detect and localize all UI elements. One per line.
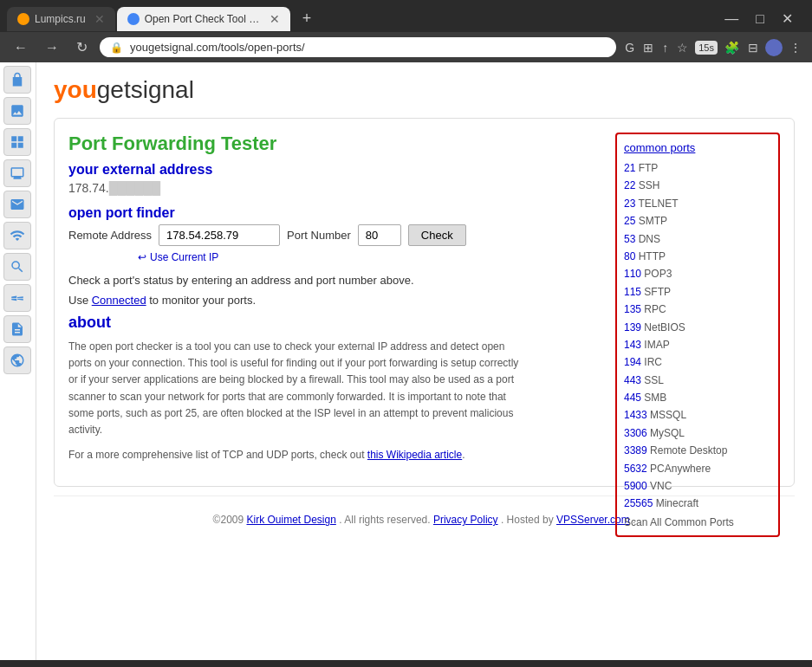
more-info-prefix: For a more comprehensive list of TCP and… [68,449,367,461]
sidebar-icon-wifi[interactable] [3,222,31,249]
port-item[interactable]: 110 POP3 [624,265,771,282]
common-ports-panel: common ports 21 FTP22 SSH23 TELNET25 SMT… [615,133,780,537]
port-item[interactable]: 53 DNS [624,230,771,248]
tab-openport[interactable]: Open Port Check Tool - Test Port ✕ [117,7,290,31]
refresh-button[interactable]: ↻ [71,37,93,57]
port-item[interactable]: 139 NetBIOS [624,319,771,336]
sidebar-icon-search[interactable] [3,253,31,281]
port-item[interactable]: 135 RPC [624,301,771,318]
footer-privacy-link[interactable]: Privacy Policy [433,514,498,526]
about-body: The open port checker is a tool you can … [68,339,519,438]
port-item[interactable]: 115 SFTP [624,283,771,301]
port-item[interactable]: 3389 Remote Desktop [624,442,771,459]
tab-close-openport[interactable]: ✕ [270,12,280,26]
tab-favicon-lumpics [17,13,29,25]
forward-button[interactable]: → [40,38,64,57]
tab-label-lumpics: Lumpics.ru [35,13,86,25]
port-item[interactable]: 22 SSH [624,177,771,194]
sidebar [0,62,36,660]
footer-text: ©2009 [213,514,247,526]
monitor-suffix: to monitor your ports. [146,294,256,307]
port-item[interactable]: 3306 MySQL [624,424,771,442]
bookmark-icon[interactable]: ☆ [675,39,690,56]
logo-you: you [54,76,97,103]
port-item[interactable]: 143 IMAP [624,336,771,353]
lock-icon: 🔒 [110,42,123,54]
sidebar-icon-email[interactable] [3,191,31,218]
split-icon[interactable]: ⊟ [746,39,760,56]
use-current-ip-text: Use Current IP [150,251,218,263]
check-button[interactable]: Check [408,224,466,246]
main-card: common ports 21 FTP22 SSH23 TELNET25 SMT… [54,118,795,487]
remote-address-label: Remote Address [68,229,152,242]
port-item[interactable]: 25565 Minecraft [624,495,771,512]
port-item[interactable]: 5632 PCAnywhere [624,460,771,477]
site-logo[interactable]: yougetsignal [54,76,795,104]
more-info-text: For a more comprehensive list of TCP and… [68,447,519,463]
url-bar[interactable]: 🔒 yougetsignal.com/tools/open-ports/ [100,37,616,57]
port-item[interactable]: 1433 MSSQL [624,406,771,424]
tab-bar: Lumpics.ru ✕ Open Port Check Tool - Test… [0,0,812,32]
window-close-btn[interactable]: ✕ [776,9,798,29]
port-item[interactable]: 445 SMB [624,389,771,406]
browser-chrome: Lumpics.ru ✕ Open Port Check Tool - Test… [0,0,812,62]
window-maximize-btn[interactable]: □ [750,10,770,29]
sidebar-icon-doc[interactable] [3,315,31,343]
footer-design-link[interactable]: Kirk Ouimet Design [246,514,335,526]
sidebar-icon-grid[interactable] [3,128,31,156]
port-number-input[interactable] [358,224,401,246]
use-current-ip-arrow: ↩ [138,251,146,263]
port-number-label: Port Number [287,229,351,242]
sidebar-icon-lock[interactable] [3,66,31,94]
menu-icon[interactable]: ⋮ [788,39,803,56]
port-item[interactable]: 23 TELNET [624,195,771,212]
google-icon[interactable]: G [623,39,636,56]
port-item[interactable]: 21 FTP [624,159,771,177]
sidebar-icon-monitor[interactable] [3,159,31,187]
sidebar-icon-globe[interactable] [3,346,31,374]
address-icons: G ⊞ ↑ ☆ 15s 🧩 ⊟ ⋮ [623,39,803,56]
tab-label-openport: Open Port Check Tool - Test Port [145,13,261,25]
port-item[interactable]: 25 SMTP [624,212,771,230]
more-info-suffix: . [462,449,464,461]
window-controls: — □ ✕ [712,5,805,32]
profile-icon[interactable] [765,39,783,56]
window-minimize-btn[interactable]: — [719,10,744,29]
logo-signal: signal [131,76,194,103]
port-item[interactable]: 194 IRC [624,353,771,371]
new-tab-button[interactable]: + [296,6,319,31]
translate-icon[interactable]: ⊞ [641,39,655,56]
ports-list: 21 FTP22 SSH23 TELNET25 SMTP53 DNS80 HTT… [624,159,771,513]
connected-link[interactable]: Connected [92,294,146,307]
share-icon[interactable]: ↑ [660,39,670,56]
scan-all-button[interactable]: Scan All Common Ports [624,516,771,528]
puzzle-icon[interactable]: 🧩 [723,39,741,56]
extension-icon[interactable]: 15s [695,41,718,55]
page-layout: yougetsignal common ports 21 FTP22 SSH23… [0,62,812,660]
tab-favicon-openport [127,13,140,25]
main-content: yougetsignal common ports 21 FTP22 SSH23… [36,62,812,660]
ip-blurred: ██████ [109,181,161,195]
url-text: yougetsignal.com/tools/open-ports/ [130,41,606,54]
remote-address-input[interactable] [159,224,280,246]
footer-hosted: . Hosted by [501,514,556,526]
wikipedia-link[interactable]: this Wikipedia article [367,449,462,461]
port-item[interactable]: 80 HTTP [624,248,771,265]
port-item[interactable]: 443 SSL [624,372,771,389]
back-button[interactable]: ← [9,38,33,57]
footer-rights: . All rights reserved. [339,514,433,526]
ip-partial: 178.74. [68,181,109,195]
common-ports-title[interactable]: common ports [624,141,771,154]
monitor-prefix: Use [68,294,92,307]
sidebar-icon-image[interactable] [3,97,31,125]
logo-get: get [97,76,131,103]
address-bar: ← → ↻ 🔒 yougetsignal.com/tools/open-port… [0,32,812,62]
sidebar-icon-windows[interactable] [3,284,31,312]
tab-close-lumpics[interactable]: ✕ [94,12,105,26]
port-item[interactable]: 5900 VNC [624,477,771,495]
tab-lumpics[interactable]: Lumpics.ru ✕ [7,7,115,31]
